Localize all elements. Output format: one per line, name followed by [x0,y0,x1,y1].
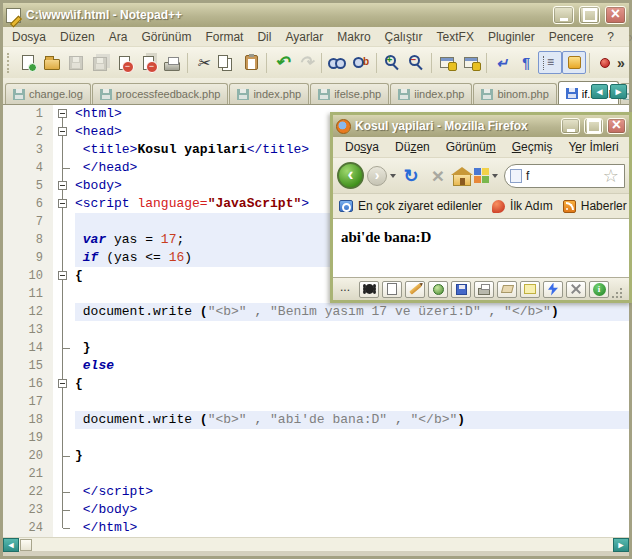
doc-switcher-button[interactable] [562,51,586,74]
open-file-button[interactable] [40,51,64,74]
fold-collapse-icon[interactable] [58,271,67,280]
tab-change-log[interactable]: change.log [5,83,91,104]
show-all-characters-button[interactable] [514,51,538,74]
bookmark-haberler[interactable]: Haberler [563,199,627,213]
location-bar[interactable]: f [504,164,625,188]
code-text[interactable]: } [75,447,629,465]
code-text[interactable]: </body> [75,501,629,519]
macro-record-button[interactable] [593,51,617,74]
code-text[interactable]: </script> [75,483,629,501]
npp-titlebar[interactable]: C:\www\if.html - Notepad++ [3,3,629,27]
fold-collapse-icon[interactable] [58,127,67,136]
npp-maximize-button[interactable] [579,6,600,24]
highlight-button[interactable] [520,281,540,298]
new-file-button[interactable] [16,51,40,74]
find-button[interactable] [325,51,349,74]
copy-button[interactable] [215,51,239,74]
history-dropdown-icon[interactable] [390,174,396,181]
npp-minimize-button[interactable] [553,6,574,24]
menu-item-ara[interactable]: Ara [102,28,135,46]
firefox-menu-item-ge-mi[interactable]: Geçmiş [504,138,561,156]
code-text[interactable]: { [75,375,629,393]
firefox-titlebar[interactable]: Kosul yapilari - Mozilla Firefox [333,115,629,137]
code-text[interactable]: document.write ("<b>" , "Benim yasım 17 … [75,303,629,321]
menu-item-d-zen[interactable]: Düzen [53,28,102,46]
clean-button[interactable] [497,281,517,298]
sync-horizontal-button[interactable] [459,51,483,74]
firefox-minimize-button[interactable] [561,118,580,134]
new-document-button[interactable] [382,281,402,298]
tab-index-php[interactable]: index.php [229,83,309,104]
word-wrap-button[interactable] [490,51,514,74]
npp-close-button[interactable] [605,6,626,24]
code-text[interactable]: </html> [75,519,629,537]
firefox-maximize-button[interactable] [584,118,603,134]
info-button[interactable] [589,281,609,298]
browser-viewport[interactable]: abi'de bana:D [333,219,629,277]
home-button[interactable] [453,174,471,186]
close-all-button[interactable] [136,51,160,74]
tab-scroll-left-button[interactable]: ◄ [591,84,608,99]
print-button[interactable] [160,51,184,74]
firefox-menu-item-ara-la[interactable]: Araçla [627,138,629,156]
paste-button[interactable] [239,51,263,74]
code-text[interactable]: document.write ("<b>" , "abi'de bana:D" … [75,411,629,429]
fold-collapse-icon[interactable] [58,181,67,190]
toolbar-overflow-chevron[interactable]: » [617,55,627,71]
tab-processfeedback-php[interactable]: processfeedback.php [92,83,229,104]
scroll-right-arrow[interactable]: ► [613,538,629,552]
close-document-x-icon[interactable]: x [621,31,632,43]
toolbar-grip[interactable] [7,53,12,73]
scroll-thumb[interactable] [20,539,32,551]
code-text[interactable] [75,465,629,483]
fold-collapse-icon[interactable] [58,379,67,388]
status-overflow-ellipsis[interactable]: ... [338,280,356,298]
fold-marker[interactable] [53,195,75,213]
firefox-close-button[interactable] [607,118,626,134]
save-page-button[interactable] [451,281,471,298]
stop-button[interactable] [426,163,450,189]
scroll-left-arrow[interactable]: ◄ [3,538,19,552]
print-page-button[interactable] [474,281,494,298]
menu-item-makro[interactable]: Makro [330,28,377,46]
quick-dial-grid-icon[interactable] [474,168,489,183]
firefox-menu-item-d-zen[interactable]: Düzen [387,138,438,156]
fold-collapse-icon[interactable] [58,109,67,118]
firefox-menu-item-yer-i-mleri[interactable]: Yer İmleri [560,138,626,156]
replace-button[interactable] [349,51,373,74]
menu-item-al-t-r[interactable]: Çalıştır [378,28,430,46]
zoom-in-button[interactable] [380,51,404,74]
menu-item-format[interactable]: Format [198,28,250,46]
code-text[interactable] [75,429,629,447]
undo-button[interactable] [270,51,294,74]
menu-item-dosya[interactable]: Dosya [5,28,53,46]
code-text[interactable] [75,321,629,339]
grid-dropdown-icon[interactable] [492,174,498,181]
menu-item-textfx[interactable]: TextFX [430,28,481,46]
tools-button[interactable] [566,281,586,298]
fold-marker[interactable] [53,123,75,141]
sync-vertical-button[interactable] [435,51,459,74]
menu-item-g-r-n-m[interactable]: Görünüm [134,28,198,46]
indent-guide-button[interactable] [538,51,562,74]
edit-pencil-button[interactable] [405,281,425,298]
fold-marker[interactable] [53,267,75,285]
resize-grip[interactable] [612,282,624,296]
menu-item-?[interactable]: ? [600,28,621,46]
url-text[interactable]: f [526,169,529,183]
bookmark-i-lk-ad-m[interactable]: İlk Adım [492,199,553,213]
menu-item-dil[interactable]: Dil [250,28,278,46]
zoom-out-button[interactable] [404,51,428,74]
back-button[interactable] [337,162,364,189]
lightning-button[interactable] [543,281,563,298]
tab-ifelse-php[interactable]: ifelse.php [310,83,389,104]
cut-button[interactable] [191,51,215,74]
menu-item-pluginler[interactable]: Pluginler [481,28,542,46]
forward-button[interactable] [367,166,387,186]
firefox-menu-item-dosya[interactable]: Dosya [337,138,387,156]
fold-marker[interactable] [53,105,75,123]
save-all-button[interactable] [88,51,112,74]
bug-button[interactable] [359,281,379,298]
bookmark-star-icon[interactable] [603,167,619,185]
code-text[interactable]: else [75,357,629,375]
